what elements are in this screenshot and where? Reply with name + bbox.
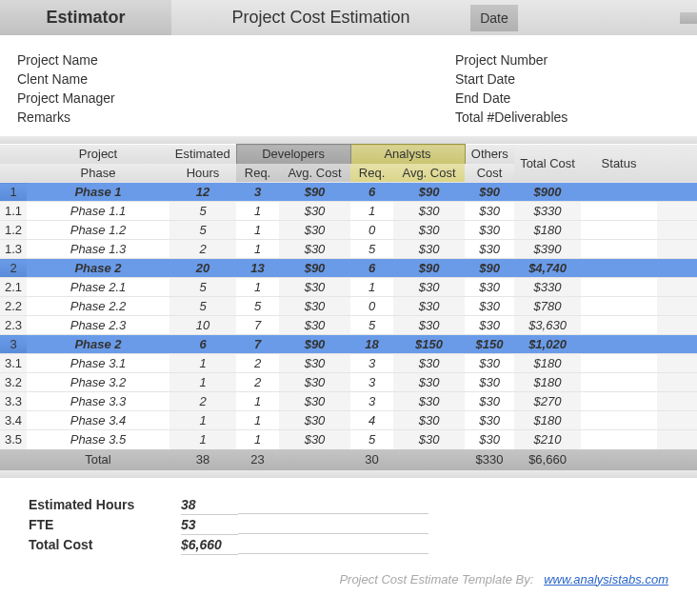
cell-aavg[interactable]: $30 — [393, 221, 465, 240]
table-row[interactable]: 2Phase 22013$906$90$90$4,740 — [0, 259, 697, 278]
cell-davg[interactable]: $30 — [279, 373, 350, 392]
cell-idx[interactable]: 1.1 — [0, 202, 27, 221]
cell-others[interactable]: $90 — [465, 183, 514, 202]
cell-total[interactable]: $180 — [514, 354, 581, 373]
cell-phase[interactable]: Phase 2 — [27, 259, 169, 278]
cell-others[interactable]: $30 — [465, 373, 514, 392]
cell-tail[interactable] — [657, 316, 697, 335]
cell-total[interactable]: $780 — [514, 297, 581, 316]
cell-est[interactable]: 1 — [169, 373, 236, 392]
meta-input-total-deliverables[interactable] — [579, 109, 680, 127]
cell-dreq[interactable]: 1 — [236, 240, 279, 259]
cell-others[interactable]: $90 — [465, 259, 514, 278]
cell-idx[interactable]: 2.3 — [0, 316, 27, 335]
table-row[interactable]: 2.2Phase 2.255$300$30$30$780 — [0, 297, 697, 316]
cell-idx[interactable]: 2 — [0, 259, 27, 278]
cell-aavg[interactable]: $90 — [393, 183, 465, 202]
cell-tail[interactable] — [657, 297, 697, 316]
table-row[interactable]: 1.3Phase 1.321$305$30$30$390 — [0, 240, 697, 259]
cell-dreq[interactable]: 3 — [236, 183, 279, 202]
cell-total[interactable]: $900 — [514, 183, 581, 202]
cell-total[interactable]: $270 — [514, 392, 581, 411]
cell-phase[interactable]: Phase 1.2 — [27, 221, 169, 240]
cell-dreq[interactable]: 1 — [236, 411, 279, 430]
cell-phase[interactable]: Phase 3.5 — [27, 430, 169, 449]
meta-input-project-manager[interactable] — [189, 90, 455, 108]
table-row[interactable]: 3.3Phase 3.321$303$30$30$270 — [0, 392, 697, 411]
cell-est[interactable]: 1 — [169, 430, 236, 449]
cell-others[interactable]: $30 — [465, 316, 514, 335]
cell-est[interactable]: 5 — [169, 221, 236, 240]
meta-input-remarks[interactable] — [189, 109, 455, 127]
table-row[interactable]: 2.3Phase 2.3107$305$30$30$3,630 — [0, 316, 697, 335]
cell-areq[interactable]: 18 — [350, 335, 393, 354]
cell-areq[interactable]: 5 — [350, 430, 393, 449]
cell-davg[interactable]: $30 — [279, 202, 350, 221]
cell-status[interactable] — [581, 240, 657, 259]
cell-areq[interactable]: 3 — [350, 392, 393, 411]
cell-tail[interactable] — [657, 411, 697, 430]
cell-status[interactable] — [581, 202, 657, 221]
cell-phase[interactable]: Phase 2 — [27, 335, 169, 354]
cell-phase[interactable]: Phase 3.4 — [27, 411, 169, 430]
cell-est[interactable]: 5 — [169, 278, 236, 297]
cell-idx[interactable]: 3.5 — [0, 430, 27, 449]
cell-others[interactable]: $30 — [465, 297, 514, 316]
header-date-input[interactable] — [518, 12, 680, 24]
cell-others[interactable]: $30 — [465, 240, 514, 259]
cell-tail[interactable] — [657, 240, 697, 259]
cell-idx[interactable]: 3.4 — [0, 411, 27, 430]
cell-davg[interactable]: $30 — [279, 411, 350, 430]
meta-input-end-date[interactable] — [579, 90, 680, 108]
cell-areq[interactable]: 1 — [350, 202, 393, 221]
cell-total[interactable]: $1,020 — [514, 335, 581, 354]
cell-est[interactable]: 5 — [169, 202, 236, 221]
cell-phase[interactable]: Phase 1.3 — [27, 240, 169, 259]
cell-aavg[interactable]: $90 — [393, 259, 465, 278]
cell-aavg[interactable]: $30 — [393, 297, 465, 316]
table-row[interactable]: 1Phase 1123$906$90$90$900 — [0, 183, 697, 202]
cell-tail[interactable] — [657, 354, 697, 373]
footer-link[interactable]: www.analysistabs.com — [544, 572, 668, 586]
cell-areq[interactable]: 5 — [350, 316, 393, 335]
cell-aavg[interactable]: $30 — [393, 392, 465, 411]
cell-status[interactable] — [581, 297, 657, 316]
cell-dreq[interactable]: 2 — [236, 354, 279, 373]
cell-phase[interactable]: Phase 2.2 — [27, 297, 169, 316]
cell-idx[interactable]: 2.1 — [0, 278, 27, 297]
cell-total[interactable]: $330 — [514, 202, 581, 221]
meta-input-project-name[interactable] — [189, 52, 455, 70]
cell-phase[interactable]: Phase 2.1 — [27, 278, 169, 297]
cell-aavg[interactable]: $30 — [393, 316, 465, 335]
cell-total[interactable]: $210 — [514, 430, 581, 449]
cell-total[interactable]: $180 — [514, 221, 581, 240]
cell-phase[interactable]: Phase 2.3 — [27, 316, 169, 335]
cell-idx[interactable]: 1.3 — [0, 240, 27, 259]
cell-phase[interactable]: Phase 3.3 — [27, 392, 169, 411]
cell-davg[interactable]: $30 — [279, 316, 350, 335]
cell-idx[interactable]: 1 — [0, 183, 27, 202]
cell-total[interactable]: $330 — [514, 278, 581, 297]
table-row[interactable]: 3.4Phase 3.411$304$30$30$180 — [0, 411, 697, 430]
cell-dreq[interactable]: 1 — [236, 278, 279, 297]
cell-dreq[interactable]: 2 — [236, 373, 279, 392]
cell-dreq[interactable]: 7 — [236, 316, 279, 335]
cell-status[interactable] — [581, 411, 657, 430]
cell-aavg[interactable]: $150 — [393, 335, 465, 354]
meta-input-start-date[interactable] — [579, 71, 680, 89]
cell-areq[interactable]: 0 — [350, 297, 393, 316]
cell-davg[interactable]: $30 — [279, 392, 350, 411]
cell-aavg[interactable]: $30 — [393, 430, 465, 449]
cell-aavg[interactable]: $30 — [393, 354, 465, 373]
cell-idx[interactable]: 3.1 — [0, 354, 27, 373]
cell-phase[interactable]: Phase 1.1 — [27, 202, 169, 221]
cell-davg[interactable]: $30 — [279, 297, 350, 316]
cell-areq[interactable]: 3 — [350, 354, 393, 373]
cell-davg[interactable]: $30 — [279, 354, 350, 373]
cell-others[interactable]: $30 — [465, 411, 514, 430]
cell-est[interactable]: 1 — [169, 411, 236, 430]
cell-dreq[interactable]: 1 — [236, 392, 279, 411]
cell-est[interactable]: 10 — [169, 316, 236, 335]
cell-tail[interactable] — [657, 221, 697, 240]
cell-total[interactable]: $180 — [514, 373, 581, 392]
